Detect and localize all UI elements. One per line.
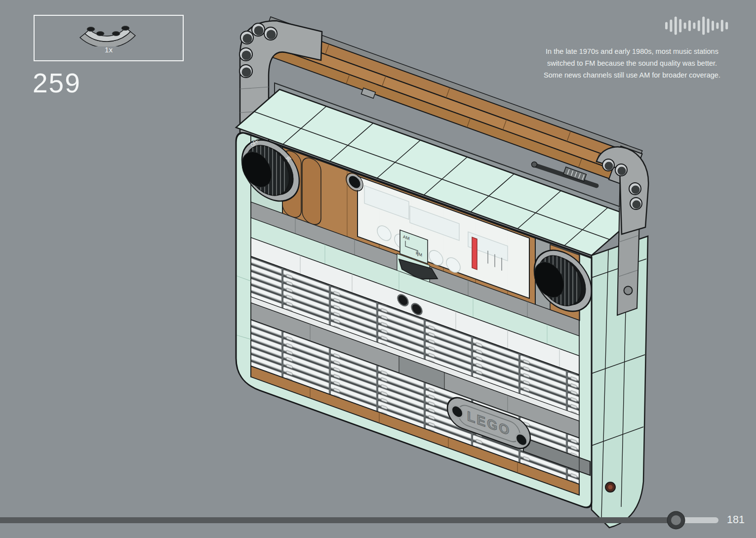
page-number: 181 — [727, 514, 745, 526]
progress-knob[interactable] — [668, 512, 684, 529]
progress-track-remaining[interactable] — [681, 517, 718, 523]
radio-illustration: AM FM — [0, 0, 756, 538]
progress-track-completed[interactable] — [0, 517, 670, 523]
page-background: 1x 259 In the late 1970s and early 1980s… — [0, 0, 756, 538]
tuning-needle — [472, 237, 477, 270]
